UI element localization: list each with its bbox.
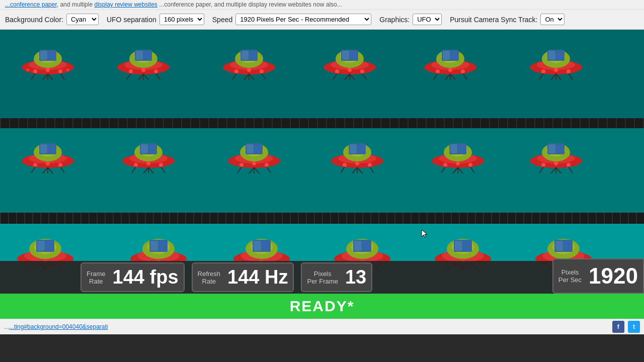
svg-rect-184: [548, 144, 555, 153]
social-icons: f t: [610, 321, 640, 333]
svg-point-42: [247, 68, 251, 72]
svg-line-93: [551, 74, 556, 80]
cursor-pointer: [420, 228, 426, 234]
svg-rect-201: [46, 241, 53, 251]
ufo-separation-label: UFO separation: [107, 16, 156, 24]
speed-label: Speed: [212, 16, 232, 24]
graphics-label: Graphics:: [379, 16, 410, 24]
svg-line-63: [350, 74, 355, 80]
conference-paper-link[interactable]: ...conference paper: [5, 1, 57, 8]
svg-rect-218: [150, 241, 158, 251]
refresh-rate-box: Refresh Rate 144 Hz: [192, 262, 294, 292]
svg-line-47: [249, 74, 254, 80]
svg-point-76: [461, 69, 465, 73]
svg-rect-267: [463, 241, 471, 251]
pursuit-camera-group: Pursuit Camera Sync Track: On Off: [450, 14, 565, 25]
svg-line-95: [556, 74, 561, 80]
svg-point-11: [26, 68, 29, 71]
svg-point-156: [368, 163, 372, 167]
svg-line-144: [237, 167, 242, 173]
ready-text: READY*: [290, 298, 355, 315]
svg-point-172: [468, 163, 472, 167]
svg-rect-88: [548, 51, 555, 60]
svg-point-186: [554, 161, 558, 165]
ufo-display: Frame Rate 144 fps Refresh Rate 144 Hz P…: [0, 30, 644, 319]
svg-line-29: [138, 74, 143, 80]
ufo-1-3: [221, 40, 277, 82]
svg-point-43: [234, 69, 238, 73]
controls-bar: Background Color: Cyan Black White Gray …: [0, 10, 644, 30]
svg-line-81: [463, 73, 467, 79]
frame-rate-box: Frame Rate 144 fps: [80, 262, 185, 292]
svg-rect-121: [149, 144, 156, 153]
pixels-per-sec-box: Pixels Per Sec 1920: [552, 258, 644, 294]
facebook-icon[interactable]: f: [612, 321, 624, 333]
svg-point-138: [252, 161, 256, 165]
ufo-2-5: [430, 133, 486, 175]
svg-rect-104: [40, 144, 47, 153]
svg-line-175: [458, 167, 463, 173]
svg-line-111: [48, 167, 53, 173]
svg-rect-41: [250, 51, 257, 60]
frame-rate-label: Frame Rate: [87, 270, 106, 285]
svg-line-65: [362, 73, 366, 79]
svg-rect-250: [354, 241, 362, 251]
svg-line-97: [569, 73, 573, 79]
svg-point-75: [436, 69, 440, 73]
svg-line-176: [441, 167, 445, 173]
svg-line-49: [262, 73, 266, 79]
svg-line-15: [48, 74, 53, 80]
svg-line-177: [470, 167, 474, 173]
svg-line-161: [370, 167, 374, 173]
svg-point-154: [355, 161, 359, 165]
graphics-select[interactable]: UFO Ball Box: [413, 14, 442, 25]
svg-rect-89: [556, 51, 564, 60]
svg-rect-219: [159, 241, 167, 251]
twitter-icon[interactable]: t: [628, 321, 640, 333]
svg-rect-105: [48, 144, 55, 153]
svg-point-12: [66, 68, 69, 71]
separator-1: [0, 118, 644, 128]
svg-line-112: [31, 167, 35, 173]
svg-line-128: [132, 167, 136, 173]
svg-line-191: [556, 167, 561, 173]
svg-line-192: [539, 167, 543, 173]
ufo-separation-group: UFO separation 80 pixels 120 pixels 160 …: [107, 14, 204, 25]
pixels-per-sec-value: 1920: [589, 263, 638, 289]
ufo-1-2: [116, 40, 171, 82]
svg-point-170: [456, 161, 460, 165]
bottom-link[interactable]: ...ting#background=004040&separati: [9, 323, 108, 330]
svg-point-139: [239, 163, 244, 167]
svg-point-28: [154, 69, 158, 73]
svg-rect-251: [363, 241, 370, 251]
display-review-link[interactable]: display review websites: [94, 1, 157, 8]
track-band-1: [0, 30, 644, 120]
svg-line-64: [333, 73, 337, 79]
svg-point-91: [541, 69, 545, 73]
ufo-separation-select[interactable]: 80 pixels 120 pixels 160 pixels 200 pixe…: [159, 14, 204, 25]
svg-point-26: [141, 68, 145, 72]
svg-line-160: [341, 167, 345, 173]
svg-point-140: [265, 163, 269, 167]
svg-point-155: [343, 163, 347, 167]
svg-point-10: [58, 69, 62, 73]
svg-rect-235: [262, 241, 270, 251]
svg-rect-24: [136, 51, 143, 60]
background-color-select[interactable]: Cyan Black White Gray: [66, 14, 99, 25]
speed-select[interactable]: 960 Pixels Per Sec 1920 Pixels Per Sec -…: [235, 14, 371, 25]
separator-2: [0, 213, 644, 224]
svg-rect-73: [451, 51, 458, 60]
svg-point-187: [541, 163, 545, 167]
svg-rect-168: [450, 144, 457, 153]
svg-point-107: [33, 163, 37, 167]
svg-rect-120: [141, 144, 148, 153]
svg-rect-57: [350, 51, 357, 60]
pursuit-camera-select[interactable]: On Off: [540, 14, 565, 25]
svg-rect-169: [458, 144, 465, 153]
svg-point-44: [260, 69, 264, 73]
svg-rect-6: [40, 51, 47, 60]
svg-rect-137: [255, 144, 262, 153]
svg-rect-266: [455, 241, 462, 251]
svg-point-9: [33, 69, 37, 73]
svg-rect-234: [254, 241, 261, 251]
